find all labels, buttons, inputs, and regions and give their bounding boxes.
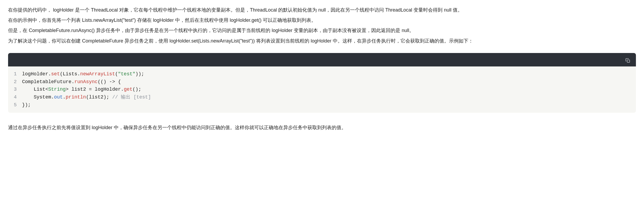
code-block: 1 logHolder.set(Lists.newArrayList("test… <box>8 53 636 113</box>
paragraph-3: 但是，在 CompletableFuture.runAsync() 异步任务中，… <box>8 26 636 35</box>
code-header <box>8 53 636 66</box>
paragraph-4: 为了解决这个问题，你可以在创建 CompletableFuture 异步任务之前… <box>8 36 636 45</box>
line-number: 2 <box>8 78 22 86</box>
paragraph-1: 在你提供的代码中， logHolder 是一个 ThreadLocal 对象，它… <box>8 5 636 15</box>
code-content: List<String> list2 = logHolder.get(); <box>22 86 636 93</box>
code-line: 4 System.out.println(list2); // 输出 [test… <box>8 93 636 101</box>
code-body: 1 logHolder.set(Lists.newArrayList("test… <box>8 66 636 113</box>
line-number: 5 <box>8 101 22 109</box>
code-content: logHolder.set(Lists.newArrayList("test")… <box>22 70 636 78</box>
code-content: CompletableFuture.runAsync(() -> { <box>22 78 636 86</box>
line-number: 3 <box>8 86 22 93</box>
copy-icon[interactable] <box>625 57 631 62</box>
code-line: 3 List<String> list2 = logHolder.get(); <box>8 86 636 93</box>
svg-rect-0 <box>627 60 630 62</box>
code-content: }); <box>22 101 636 109</box>
code-line: 1 logHolder.set(Lists.newArrayList("test… <box>8 70 636 78</box>
paragraph-footer: 通过在异步任务执行之前先将值设置到 logHolder 中，确保异步任务在另一个… <box>8 123 636 132</box>
code-line: 5 }); <box>8 101 636 109</box>
paragraph-2: 在你的示例中，你首先将一个列表 Lists.newArrayList("test… <box>8 16 636 25</box>
line-number: 4 <box>8 93 22 101</box>
line-number: 1 <box>8 70 22 78</box>
code-line: 2 CompletableFuture.runAsync(() -> { <box>8 78 636 86</box>
code-content: System.out.println(list2); // 输出 [test] <box>22 93 636 101</box>
